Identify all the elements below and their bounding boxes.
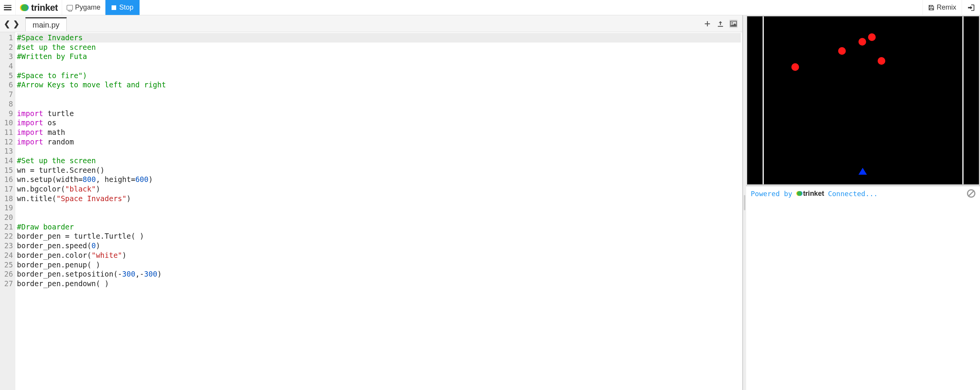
code-line[interactable]: wn.bgcolor("black") [17,184,741,194]
menu-button[interactable] [0,0,15,15]
remix-button[interactable]: Remix [922,0,962,15]
console-brand-text: trinket [803,190,824,198]
code-line[interactable]: #Set up the screen [17,156,741,166]
game-border-left [763,16,764,184]
connection-status: Connected... [828,190,878,198]
code-line[interactable] [17,146,741,156]
code-line[interactable] [17,203,741,213]
code-line[interactable]: #Written by Futa [17,52,741,61]
add-file-button[interactable] [703,20,712,28]
monitor-icon [67,5,73,10]
code-editor[interactable]: 1234567891011121314151617181920212223242… [0,32,742,390]
code-line[interactable]: import math [17,128,741,137]
enemy [838,47,846,55]
code-line[interactable]: #Arrow Keys to move left and right [17,80,741,90]
console-output [746,201,980,390]
stop-icon [112,5,116,10]
console-brand[interactable]: trinket [796,190,824,198]
code-area[interactable]: #Space Invaders#set up the screen#Writte… [15,32,742,390]
trinket-swirl-icon [20,3,30,13]
nav-back-button[interactable]: ❮ [2,19,12,28]
code-line[interactable]: border_pen = turtle.Turtle( ) [17,231,741,241]
svg-point-3 [732,22,733,23]
enemy [858,38,866,46]
stop-output-button[interactable] [967,189,975,198]
enemy [791,63,799,71]
tab-label: main.py [33,21,59,29]
game-border-right [962,16,964,184]
save-icon [928,5,934,11]
code-line[interactable] [17,61,741,71]
code-line[interactable]: import random [17,137,741,147]
code-line[interactable] [17,213,741,222]
code-line[interactable] [17,90,741,99]
code-line[interactable]: border_pen.penup( ) [17,260,741,270]
image-library-button[interactable] [729,20,738,28]
code-line[interactable]: #Space Invaders [17,33,741,43]
pane-splitter[interactable] [743,15,746,390]
code-line[interactable]: import os [17,118,741,128]
trinket-swirl-icon [796,190,803,197]
enemy [878,57,885,65]
upload-button[interactable] [716,20,725,28]
powered-by-label: Powered by [751,190,792,198]
login-button[interactable] [962,0,980,15]
remix-label: Remix [937,3,956,11]
code-line[interactable]: wn = turtle.Screen() [17,166,741,175]
code-line[interactable]: border_pen.setposition(-300,-300) [17,269,741,279]
upload-icon [717,20,724,27]
code-line[interactable]: wn.setup(width=800, height=600) [17,175,741,184]
login-icon [967,3,975,12]
output-pane: Powered by trinket Connected... [746,15,980,390]
enemy [868,33,876,41]
language-chip[interactable]: Pygame [62,0,105,15]
editor-pane: ❮ ❯ main.py [0,15,743,390]
nav-forward-button[interactable]: ❯ [12,19,21,28]
code-line[interactable]: #set up the screen [17,43,741,52]
line-gutter: 1234567891011121314151617181920212223242… [0,32,15,390]
hamburger-icon [4,5,12,10]
code-line[interactable]: #Space to fire") [17,71,741,80]
stop-label: Stop [119,3,133,11]
brand-logo[interactable]: trinket [15,0,62,15]
stop-button[interactable]: Stop [105,0,140,15]
code-line[interactable]: wn.title("Space Invaders") [17,194,741,203]
plus-icon [704,20,711,27]
code-line[interactable]: #Draw boarder [17,222,741,232]
code-line[interactable]: border_pen.pendown( ) [17,279,741,288]
image-icon [730,20,737,27]
player-ship [858,168,867,175]
language-label: Pygame [75,3,100,11]
topbar: trinket Pygame Stop Remix [0,0,980,15]
code-line[interactable] [17,99,741,109]
code-line[interactable]: border_pen.color("white") [17,251,741,260]
tab-bar: ❮ ❯ main.py [0,15,742,32]
brand-text: trinket [31,2,58,13]
tab-main-py[interactable]: main.py [25,17,67,31]
game-canvas[interactable] [747,16,979,185]
code-line[interactable]: border_pen.speed(0) [17,241,741,251]
console-bar: Powered by trinket Connected... [746,185,980,201]
code-line[interactable]: import turtle [17,109,741,118]
